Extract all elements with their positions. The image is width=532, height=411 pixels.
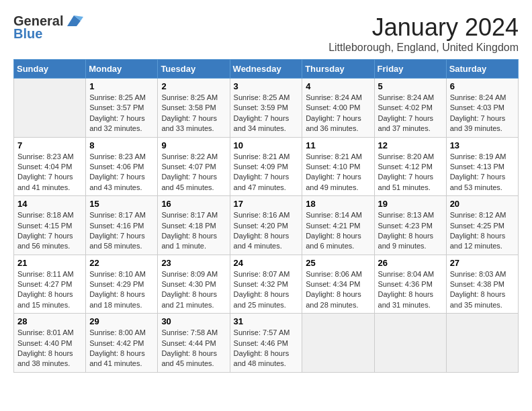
day-info: Sunrise: 8:10 AMSunset: 4:29 PMDaylight:…: [89, 269, 154, 311]
day-info: Sunrise: 8:18 AMSunset: 4:15 PMDaylight:…: [17, 210, 82, 252]
logo: General Blue: [13, 13, 83, 42]
calendar-header-row: SundayMondayTuesdayWednesdayThursdayFrid…: [14, 60, 519, 79]
calendar-subtitle: Littleborough, England, United Kingdom: [328, 42, 519, 54]
calendar-cell: 29Sunrise: 8:00 AMSunset: 4:42 PMDayligh…: [86, 314, 158, 373]
day-info: Sunrise: 8:17 AMSunset: 4:16 PMDaylight:…: [89, 210, 154, 252]
calendar-cell: 25Sunrise: 8:06 AMSunset: 4:34 PMDayligh…: [302, 255, 374, 314]
calendar-cell: 1Sunrise: 8:25 AMSunset: 3:57 PMDaylight…: [86, 79, 158, 138]
calendar-cell: 9Sunrise: 8:22 AMSunset: 4:07 PMDaylight…: [158, 137, 230, 196]
day-number: 8: [89, 140, 154, 150]
day-number: 29: [89, 316, 154, 326]
day-info: Sunrise: 8:17 AMSunset: 4:18 PMDaylight:…: [161, 210, 226, 252]
day-number: 12: [378, 140, 443, 150]
calendar-week-row: 1Sunrise: 8:25 AMSunset: 3:57 PMDaylight…: [14, 79, 519, 138]
day-number: 11: [306, 140, 370, 150]
day-number: 3: [234, 81, 299, 91]
day-number: 22: [89, 258, 154, 268]
calendar-cell: 12Sunrise: 8:20 AMSunset: 4:12 PMDayligh…: [374, 137, 446, 196]
calendar-cell: 7Sunrise: 8:23 AMSunset: 4:04 PMDaylight…: [14, 137, 86, 196]
day-number: 13: [450, 140, 515, 150]
calendar-cell: [446, 314, 518, 373]
day-info: Sunrise: 8:03 AMSunset: 4:38 PMDaylight:…: [450, 269, 515, 311]
day-info: Sunrise: 7:58 AMSunset: 4:44 PMDaylight:…: [161, 328, 226, 369]
day-number: 17: [234, 199, 299, 209]
calendar-cell: 11Sunrise: 8:21 AMSunset: 4:10 PMDayligh…: [302, 137, 374, 196]
column-header-monday: Monday: [86, 60, 158, 79]
column-header-thursday: Thursday: [302, 60, 374, 79]
title-area: January 2024 Littleborough, England, Uni…: [328, 13, 519, 54]
calendar-cell: 21Sunrise: 8:11 AMSunset: 4:27 PMDayligh…: [14, 255, 86, 314]
column-header-saturday: Saturday: [446, 60, 518, 79]
day-number: 1: [89, 81, 154, 91]
day-number: 6: [450, 81, 515, 91]
day-info: Sunrise: 8:24 AMSunset: 4:02 PMDaylight:…: [378, 93, 443, 134]
day-info: Sunrise: 8:16 AMSunset: 4:20 PMDaylight:…: [234, 210, 299, 252]
day-number: 25: [306, 258, 370, 268]
day-number: 7: [17, 140, 82, 150]
day-number: 2: [161, 81, 226, 91]
calendar-week-row: 28Sunrise: 8:01 AMSunset: 4:40 PMDayligh…: [14, 314, 519, 373]
day-info: Sunrise: 8:04 AMSunset: 4:36 PMDaylight:…: [378, 269, 443, 311]
day-info: Sunrise: 8:13 AMSunset: 4:23 PMDaylight:…: [378, 210, 443, 252]
day-info: Sunrise: 8:25 AMSunset: 3:57 PMDaylight:…: [89, 93, 154, 134]
day-info: Sunrise: 7:57 AMSunset: 4:46 PMDaylight:…: [234, 328, 299, 369]
day-number: 24: [234, 258, 299, 268]
day-number: 14: [17, 199, 82, 209]
day-info: Sunrise: 8:19 AMSunset: 4:13 PMDaylight:…: [450, 152, 515, 193]
calendar-cell: 6Sunrise: 8:24 AMSunset: 4:03 PMDaylight…: [446, 79, 518, 138]
day-info: Sunrise: 8:12 AMSunset: 4:25 PMDaylight:…: [450, 210, 515, 252]
day-number: 5: [378, 81, 443, 91]
calendar-cell: 13Sunrise: 8:19 AMSunset: 4:13 PMDayligh…: [446, 137, 518, 196]
day-info: Sunrise: 8:24 AMSunset: 4:03 PMDaylight:…: [450, 93, 515, 134]
logo-blue: Blue: [13, 26, 42, 42]
day-number: 4: [306, 81, 370, 91]
calendar-cell: [14, 79, 86, 138]
column-header-sunday: Sunday: [14, 60, 86, 79]
calendar-cell: 3Sunrise: 8:25 AMSunset: 3:59 PMDaylight…: [230, 79, 302, 138]
column-header-wednesday: Wednesday: [230, 60, 302, 79]
day-info: Sunrise: 8:22 AMSunset: 4:07 PMDaylight:…: [161, 152, 226, 193]
calendar-cell: 23Sunrise: 8:09 AMSunset: 4:30 PMDayligh…: [158, 255, 230, 314]
day-number: 27: [450, 258, 515, 268]
day-number: 20: [450, 199, 515, 209]
day-info: Sunrise: 8:06 AMSunset: 4:34 PMDaylight:…: [306, 269, 370, 311]
calendar-cell: 17Sunrise: 8:16 AMSunset: 4:20 PMDayligh…: [230, 196, 302, 255]
day-info: Sunrise: 8:11 AMSunset: 4:27 PMDaylight:…: [17, 269, 82, 311]
day-number: 23: [161, 258, 226, 268]
day-number: 10: [234, 140, 299, 150]
day-info: Sunrise: 8:21 AMSunset: 4:10 PMDaylight:…: [306, 152, 370, 193]
day-number: 15: [89, 199, 154, 209]
calendar-week-row: 21Sunrise: 8:11 AMSunset: 4:27 PMDayligh…: [14, 255, 519, 314]
day-info: Sunrise: 8:21 AMSunset: 4:09 PMDaylight:…: [234, 152, 299, 193]
calendar-cell: 22Sunrise: 8:10 AMSunset: 4:29 PMDayligh…: [86, 255, 158, 314]
calendar-cell: 10Sunrise: 8:21 AMSunset: 4:09 PMDayligh…: [230, 137, 302, 196]
calendar-table: SundayMondayTuesdayWednesdayThursdayFrid…: [13, 59, 519, 373]
calendar-cell: 18Sunrise: 8:14 AMSunset: 4:21 PMDayligh…: [302, 196, 374, 255]
column-header-friday: Friday: [374, 60, 446, 79]
day-info: Sunrise: 8:23 AMSunset: 4:04 PMDaylight:…: [17, 152, 82, 193]
calendar-cell: 19Sunrise: 8:13 AMSunset: 4:23 PMDayligh…: [374, 196, 446, 255]
calendar-cell: 27Sunrise: 8:03 AMSunset: 4:38 PMDayligh…: [446, 255, 518, 314]
day-number: 26: [378, 258, 443, 268]
day-info: Sunrise: 8:09 AMSunset: 4:30 PMDaylight:…: [161, 269, 226, 311]
day-number: 9: [161, 140, 226, 150]
calendar-cell: 16Sunrise: 8:17 AMSunset: 4:18 PMDayligh…: [158, 196, 230, 255]
calendar-cell: 5Sunrise: 8:24 AMSunset: 4:02 PMDaylight…: [374, 79, 446, 138]
calendar-cell: 2Sunrise: 8:25 AMSunset: 3:58 PMDaylight…: [158, 79, 230, 138]
logo-icon: [64, 14, 83, 29]
calendar-cell: [374, 314, 446, 373]
calendar-cell: 8Sunrise: 8:23 AMSunset: 4:06 PMDaylight…: [86, 137, 158, 196]
column-header-tuesday: Tuesday: [158, 60, 230, 79]
calendar-cell: 15Sunrise: 8:17 AMSunset: 4:16 PMDayligh…: [86, 196, 158, 255]
day-info: Sunrise: 8:24 AMSunset: 4:00 PMDaylight:…: [306, 93, 370, 134]
calendar-cell: 24Sunrise: 8:07 AMSunset: 4:32 PMDayligh…: [230, 255, 302, 314]
day-info: Sunrise: 8:20 AMSunset: 4:12 PMDaylight:…: [378, 152, 443, 193]
calendar-cell: 26Sunrise: 8:04 AMSunset: 4:36 PMDayligh…: [374, 255, 446, 314]
day-number: 21: [17, 258, 82, 268]
day-number: 19: [378, 199, 443, 209]
day-number: 31: [234, 316, 299, 326]
calendar-cell: 30Sunrise: 7:58 AMSunset: 4:44 PMDayligh…: [158, 314, 230, 373]
calendar-title: January 2024: [328, 13, 519, 42]
day-info: Sunrise: 8:07 AMSunset: 4:32 PMDaylight:…: [234, 269, 299, 311]
day-info: Sunrise: 8:25 AMSunset: 3:59 PMDaylight:…: [234, 93, 299, 134]
